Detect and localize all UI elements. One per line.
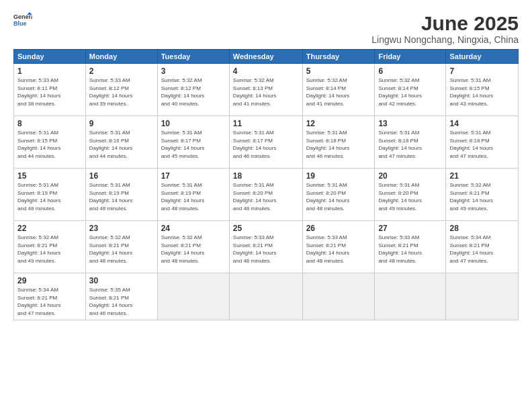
table-row: 27Sunrise: 5:33 AM Sunset: 8:21 PM Dayli… — [375, 221, 446, 273]
day-info: Sunrise: 5:31 AM Sunset: 8:18 PM Dayligh… — [449, 129, 515, 160]
table-row: 13Sunrise: 5:31 AM Sunset: 8:18 PM Dayli… — [375, 116, 446, 169]
day-number: 8 — [17, 119, 82, 128]
table-row: 1Sunrise: 5:33 AM Sunset: 8:11 PM Daylig… — [14, 64, 86, 116]
day-info: Sunrise: 5:32 AM Sunset: 8:14 PM Dayligh… — [378, 77, 442, 107]
calendar-title: June 2025 — [371, 12, 519, 34]
table-row: 29Sunrise: 5:34 AM Sunset: 8:21 PM Dayli… — [14, 273, 86, 320]
day-info: Sunrise: 5:32 AM Sunset: 8:14 PM Dayligh… — [306, 77, 371, 107]
day-info: Sunrise: 5:34 AM Sunset: 8:21 PM Dayligh… — [449, 234, 515, 265]
table-row — [157, 273, 229, 320]
day-info: Sunrise: 5:31 AM Sunset: 8:15 PM Dayligh… — [17, 129, 82, 160]
col-sunday: Sunday — [14, 50, 86, 64]
day-info: Sunrise: 5:31 AM Sunset: 8:15 PM Dayligh… — [449, 77, 515, 107]
day-number: 20 — [378, 171, 442, 181]
table-row: 9Sunrise: 5:31 AM Sunset: 8:16 PM Daylig… — [85, 116, 157, 169]
logo-icon: General Blue — [13, 12, 32, 27]
day-number: 5 — [306, 66, 371, 76]
table-row: 24Sunrise: 5:32 AM Sunset: 8:21 PM Dayli… — [157, 221, 229, 273]
day-number: 13 — [378, 119, 442, 128]
day-number: 2 — [89, 66, 154, 76]
day-number: 9 — [89, 119, 154, 128]
day-number: 30 — [89, 276, 154, 285]
table-row — [375, 273, 446, 320]
day-number: 15 — [17, 171, 82, 181]
day-info: Sunrise: 5:33 AM Sunset: 8:21 PM Dayligh… — [378, 234, 442, 265]
day-info: Sunrise: 5:32 AM Sunset: 8:21 PM Dayligh… — [89, 234, 154, 265]
table-row: 16Sunrise: 5:31 AM Sunset: 8:19 PM Dayli… — [85, 169, 157, 221]
day-info: Sunrise: 5:34 AM Sunset: 8:21 PM Dayligh… — [17, 286, 82, 317]
day-info: Sunrise: 5:31 AM Sunset: 8:19 PM Dayligh… — [89, 181, 154, 212]
svg-text:Blue: Blue — [13, 20, 27, 27]
day-number: 10 — [161, 119, 226, 128]
calendar-subtitle: Lingwu Nongchang, Ningxia, China — [371, 34, 519, 45]
table-row: 25Sunrise: 5:33 AM Sunset: 8:21 PM Dayli… — [229, 221, 302, 273]
day-info: Sunrise: 5:31 AM Sunset: 8:17 PM Dayligh… — [233, 129, 299, 160]
day-info: Sunrise: 5:31 AM Sunset: 8:17 PM Dayligh… — [161, 129, 226, 160]
header-row: Sunday Monday Tuesday Wednesday Thursday… — [14, 50, 519, 64]
table-row: 17Sunrise: 5:31 AM Sunset: 8:19 PM Dayli… — [157, 169, 229, 221]
day-number: 17 — [161, 171, 226, 181]
day-number: 6 — [378, 66, 442, 76]
day-info: Sunrise: 5:32 AM Sunset: 8:13 PM Dayligh… — [233, 77, 299, 107]
day-number: 25 — [233, 224, 299, 233]
calendar-table: Sunday Monday Tuesday Wednesday Thursday… — [13, 49, 519, 320]
day-number: 24 — [161, 224, 226, 233]
col-thursday: Thursday — [302, 50, 375, 64]
day-number: 4 — [233, 66, 299, 76]
day-info: Sunrise: 5:33 AM Sunset: 8:12 PM Dayligh… — [89, 77, 154, 107]
day-info: Sunrise: 5:31 AM Sunset: 8:18 PM Dayligh… — [378, 129, 442, 160]
day-info: Sunrise: 5:32 AM Sunset: 8:21 PM Dayligh… — [17, 234, 82, 265]
day-number: 21 — [449, 171, 515, 181]
day-info: Sunrise: 5:33 AM Sunset: 8:21 PM Dayligh… — [306, 234, 371, 265]
table-row: 30Sunrise: 5:35 AM Sunset: 8:21 PM Dayli… — [85, 273, 157, 320]
day-info: Sunrise: 5:31 AM Sunset: 8:20 PM Dayligh… — [378, 181, 442, 212]
col-saturday: Saturday — [446, 50, 519, 64]
table-row: 26Sunrise: 5:33 AM Sunset: 8:21 PM Dayli… — [302, 221, 375, 273]
day-number: 23 — [89, 224, 154, 233]
day-number: 27 — [378, 224, 442, 233]
table-row: 11Sunrise: 5:31 AM Sunset: 8:17 PM Dayli… — [229, 116, 302, 169]
day-info: Sunrise: 5:31 AM Sunset: 8:16 PM Dayligh… — [89, 129, 154, 160]
day-info: Sunrise: 5:32 AM Sunset: 8:12 PM Dayligh… — [161, 77, 226, 107]
day-number: 22 — [17, 224, 82, 233]
table-row: 22Sunrise: 5:32 AM Sunset: 8:21 PM Dayli… — [14, 221, 86, 273]
table-row: 3Sunrise: 5:32 AM Sunset: 8:12 PM Daylig… — [157, 64, 229, 116]
day-info: Sunrise: 5:31 AM Sunset: 8:19 PM Dayligh… — [161, 181, 226, 212]
day-number: 16 — [89, 171, 154, 181]
table-row — [229, 273, 302, 320]
table-row: 14Sunrise: 5:31 AM Sunset: 8:18 PM Dayli… — [446, 116, 519, 169]
logo: General Blue — [13, 12, 32, 27]
table-row: 19Sunrise: 5:31 AM Sunset: 8:20 PM Dayli… — [302, 169, 375, 221]
table-row: 7Sunrise: 5:31 AM Sunset: 8:15 PM Daylig… — [446, 64, 519, 116]
day-number: 29 — [17, 276, 82, 285]
day-number: 11 — [233, 119, 299, 128]
table-row: 2Sunrise: 5:33 AM Sunset: 8:12 PM Daylig… — [85, 64, 157, 116]
table-row: 8Sunrise: 5:31 AM Sunset: 8:15 PM Daylig… — [14, 116, 86, 169]
day-number: 3 — [161, 66, 226, 76]
col-tuesday: Tuesday — [157, 50, 229, 64]
day-info: Sunrise: 5:32 AM Sunset: 8:21 PM Dayligh… — [161, 234, 226, 265]
table-row: 18Sunrise: 5:31 AM Sunset: 8:20 PM Dayli… — [229, 169, 302, 221]
day-info: Sunrise: 5:31 AM Sunset: 8:18 PM Dayligh… — [306, 129, 371, 160]
table-row: 21Sunrise: 5:32 AM Sunset: 8:21 PM Dayli… — [446, 169, 519, 221]
day-number: 14 — [449, 119, 515, 128]
col-friday: Friday — [375, 50, 446, 64]
table-row — [302, 273, 375, 320]
table-row: 28Sunrise: 5:34 AM Sunset: 8:21 PM Dayli… — [446, 221, 519, 273]
day-info: Sunrise: 5:32 AM Sunset: 8:21 PM Dayligh… — [449, 181, 515, 212]
day-number: 7 — [449, 66, 515, 76]
day-info: Sunrise: 5:33 AM Sunset: 8:11 PM Dayligh… — [17, 77, 82, 107]
table-row: 15Sunrise: 5:31 AM Sunset: 8:19 PM Dayli… — [14, 169, 86, 221]
col-wednesday: Wednesday — [229, 50, 302, 64]
title-block: June 2025 Lingwu Nongchang, Ningxia, Chi… — [371, 12, 519, 45]
table-row: 4Sunrise: 5:32 AM Sunset: 8:13 PM Daylig… — [229, 64, 302, 116]
day-number: 18 — [233, 171, 299, 181]
day-info: Sunrise: 5:35 AM Sunset: 8:21 PM Dayligh… — [89, 286, 154, 317]
day-number: 1 — [17, 66, 82, 76]
table-row: 10Sunrise: 5:31 AM Sunset: 8:17 PM Dayli… — [157, 116, 229, 169]
table-row: 20Sunrise: 5:31 AM Sunset: 8:20 PM Dayli… — [375, 169, 446, 221]
day-info: Sunrise: 5:31 AM Sunset: 8:20 PM Dayligh… — [233, 181, 299, 212]
table-row — [446, 273, 519, 320]
day-info: Sunrise: 5:31 AM Sunset: 8:19 PM Dayligh… — [17, 181, 82, 212]
day-number: 28 — [449, 224, 515, 233]
